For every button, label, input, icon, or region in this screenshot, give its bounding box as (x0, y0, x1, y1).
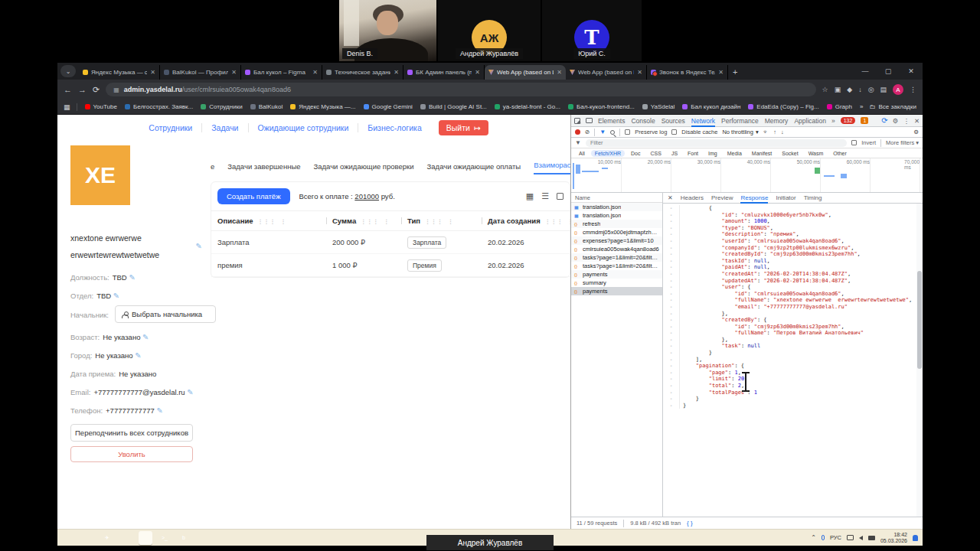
response-code[interactable]: - {- "id": "cmluzvkx1000e6yer5nb7kx0w",-… (663, 204, 916, 517)
back-icon[interactable]: ← (64, 85, 72, 94)
browser-tab[interactable]: Яндекс Музыка — собир ✕ (79, 65, 160, 80)
column-header[interactable]: Тип⋮⋮⋮⋮ (401, 211, 482, 231)
payment-row[interactable]: премия 1 000 ₽ Премия 20.02.2026 (211, 254, 570, 277)
request-row[interactable]: {} summary (571, 279, 662, 287)
network-overview[interactable]: 10,000 ms20,000 ms30,000 ms40,000 ms50,0… (571, 158, 923, 193)
fullscreen-icon[interactable] (557, 193, 564, 200)
request-row[interactable]: ▦ translation.json (571, 203, 662, 211)
tab-close-icon[interactable]: ✕ (718, 69, 724, 76)
column-header[interactable]: Описание⋮⋮⋮⋮ (211, 211, 326, 231)
edit-field-icon[interactable]: ✎ (135, 351, 141, 360)
downloads-icon[interactable]: ↓ (858, 86, 862, 93)
taskbar-app[interactable] (119, 531, 133, 545)
devtools-close-icon[interactable]: ✕ (914, 117, 920, 125)
devtools-tab[interactable]: Network (691, 115, 715, 127)
forward-icon[interactable]: → (78, 85, 87, 94)
column-menu-icon[interactable]: ⋮ (281, 219, 287, 224)
network-settings-icon[interactable]: ⚙ (913, 129, 919, 135)
list-view-icon[interactable]: ☰ (541, 191, 549, 201)
devtools-tab[interactable]: Application (794, 115, 826, 127)
filter-funnel-icon[interactable]: ▼ (599, 129, 606, 135)
new-tab-button[interactable]: + (733, 67, 737, 77)
bookmark-item[interactable]: Яндекс Музыка —... (290, 103, 355, 110)
browser-tab[interactable]: Web App (based on LiteF ✕ (485, 65, 566, 80)
type-chip[interactable]: JS (668, 150, 681, 157)
speaker-icon[interactable] (859, 536, 863, 540)
request-row[interactable]: ▦ translation.json (571, 211, 662, 220)
search-icon[interactable] (610, 130, 615, 135)
response-tab[interactable]: Timing (804, 193, 822, 204)
sub-tab[interactable]: Задачи завершенные (227, 162, 300, 174)
bookmark-item[interactable]: GraphQL Playground (827, 103, 852, 110)
column-menu-icon[interactable]: ⋮ (448, 219, 454, 224)
type-chip[interactable]: Media (724, 150, 746, 157)
bookmark-item[interactable]: ya-sdelal-front - Go... (495, 103, 560, 110)
bookmarks-overflow-chevron[interactable]: » (860, 103, 863, 110)
browser-tab[interactable]: Web App (based on LiteF ✕ (566, 65, 647, 80)
import-har-icon[interactable]: ↑ (773, 129, 776, 135)
bookmark-item[interactable]: YouTube (85, 103, 117, 110)
bookmark-item[interactable]: Google Gemini (364, 103, 413, 110)
request-row[interactable]: {} cmmdmj05x000ejdtmapfzh00n (571, 228, 662, 236)
bookmark-star-icon[interactable]: ☆ (822, 86, 828, 93)
clock[interactable]: 18:4205.03.2026 (880, 532, 907, 544)
clear-icon[interactable]: ⊘ (585, 129, 590, 135)
edit-name-icon[interactable]: ✎ (196, 238, 202, 255)
all-bookmarks[interactable]: 🗀 Все закладки (870, 103, 916, 110)
taskbar-app[interactable]: b (177, 531, 191, 545)
record-network-icon[interactable] (575, 129, 580, 135)
more-tabs-icon[interactable]: » (831, 117, 835, 125)
warning-badge[interactable]: 1 (861, 117, 868, 124)
maximize-button[interactable]: ▢ (877, 67, 900, 75)
error-badge[interactable]: 132 (841, 117, 856, 124)
tab-close-icon[interactable]: ✕ (150, 69, 155, 76)
nav-link[interactable]: Сотрудники (139, 123, 202, 132)
browser-tab[interactable]: BalKukol — Профиль ✕ (160, 65, 241, 80)
shield-icon[interactable]: ◆ (847, 86, 852, 93)
format-json-icon[interactable]: { } (687, 520, 693, 527)
preserve-log-checkbox[interactable] (625, 129, 630, 135)
devtools-tab[interactable]: Sources (662, 115, 685, 127)
type-chip[interactable]: Font (684, 150, 702, 157)
reassign-button[interactable]: Переподчинить всех сотрудников (70, 424, 193, 442)
nav-link[interactable]: Задачи (202, 123, 248, 132)
response-tab[interactable]: Headers (681, 193, 704, 204)
tab-search-button[interactable]: ⌄ (60, 65, 76, 77)
request-row[interactable]: {} cmlrsuiea005owak4qan8oad6 (571, 245, 662, 253)
fire-button[interactable]: Уволить (70, 446, 193, 462)
bookmark-item[interactable]: Белгосстрах. Заявк... (125, 103, 193, 110)
browser-tab[interactable]: Бал кукол – Figma ✕ (241, 65, 322, 80)
edit-field-icon[interactable]: ✎ (113, 292, 119, 300)
devtools-menu-icon[interactable]: ⋮ (903, 117, 910, 125)
menu-icon[interactable]: ⋮ (910, 86, 916, 93)
browser-tab[interactable]: БК Админ панель (просм ✕ (403, 65, 485, 80)
network-conditions-icon[interactable]: ᯤ (763, 129, 769, 135)
drag-dots-icon[interactable]: ⋮⋮⋮ (258, 219, 276, 224)
site-info-icon[interactable]: ▦ (113, 86, 119, 93)
drag-dots-icon[interactable]: ⋮⋮⋮ (545, 219, 564, 224)
more-filters-dropdown[interactable]: More filters ▾ (886, 139, 919, 146)
notifications-bell-icon[interactable] (913, 535, 918, 541)
drag-dots-icon[interactable]: ⋮⋮⋮ (361, 219, 379, 224)
request-row[interactable]: {} tasks?page=1&limit=20&filters%5... (571, 262, 662, 270)
bookmark-item[interactable]: Сотрудники (201, 103, 242, 110)
devtools-tab[interactable]: Memory (765, 115, 789, 127)
minimize-button[interactable]: — (854, 67, 877, 75)
type-chip[interactable]: CSS (646, 150, 665, 157)
close-button[interactable]: ✕ (900, 67, 923, 75)
close-request-icon[interactable]: ✕ (668, 194, 673, 201)
edit-field-icon[interactable]: ✎ (156, 406, 162, 415)
response-scrollbar[interactable] (916, 204, 923, 517)
response-tab[interactable]: Response (740, 193, 768, 204)
nav-link[interactable]: Бизнес-логика (358, 123, 430, 132)
tab-close-icon[interactable]: ✕ (557, 69, 562, 76)
edit-field-icon[interactable]: ✎ (142, 333, 149, 341)
type-chip[interactable]: All (575, 150, 589, 157)
edit-field-icon[interactable]: ✎ (129, 273, 135, 282)
tab-close-icon[interactable]: ✕ (637, 69, 642, 76)
devtools-tab[interactable]: Console (631, 115, 655, 127)
settings-gear-icon[interactable]: ⚙ (893, 117, 899, 125)
type-chip[interactable]: Other (829, 150, 851, 157)
address-bar[interactable]: ▦ admin.yasdelal.ru/user/cmlrsuiea005owa… (106, 83, 815, 96)
camera-icon[interactable] (868, 536, 875, 540)
